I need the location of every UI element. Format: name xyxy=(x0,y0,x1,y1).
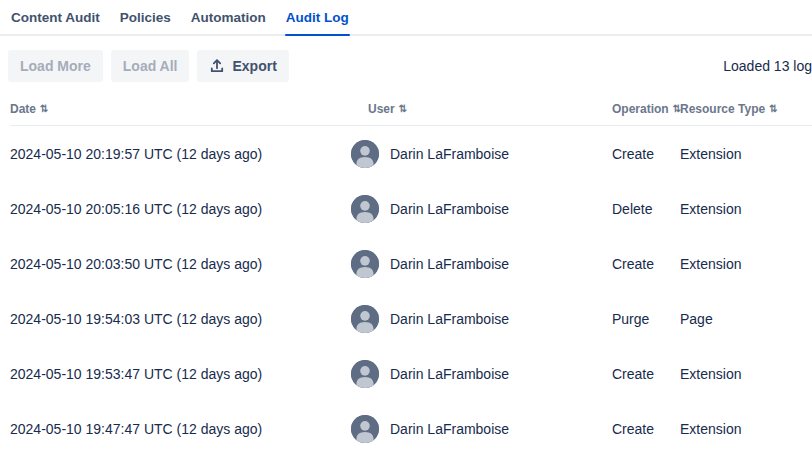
user-cell: Darin LaFramboise xyxy=(351,305,612,333)
tab-bar: Content Audit Policies Automation Audit … xyxy=(0,0,812,36)
table-row: 2024-05-10 19:54:03 UTC (12 days ago) Da… xyxy=(10,291,812,346)
user-name: Darin LaFramboise xyxy=(390,366,509,382)
export-button[interactable]: Export xyxy=(197,50,288,82)
avatar xyxy=(351,250,379,278)
operation-cell: Create xyxy=(612,366,680,382)
avatar xyxy=(351,305,379,333)
export-icon xyxy=(209,58,225,74)
user-cell: Darin LaFramboise xyxy=(351,140,612,168)
avatar xyxy=(351,415,379,443)
loaded-count-status: Loaded 13 log xyxy=(723,58,812,74)
tab-automation[interactable]: Automation xyxy=(190,10,267,34)
date-cell: 2024-05-10 20:05:16 UTC (12 days ago) xyxy=(10,201,368,217)
user-cell: Darin LaFramboise xyxy=(351,195,612,223)
date-cell: 2024-05-10 19:54:03 UTC (12 days ago) xyxy=(10,311,368,327)
table-row: 2024-05-10 19:47:47 UTC (12 days ago) Da… xyxy=(10,401,812,456)
export-button-label: Export xyxy=(232,58,276,74)
table-body: 2024-05-10 20:19:57 UTC (12 days ago) Da… xyxy=(10,126,812,456)
user-cell: Darin LaFramboise xyxy=(351,250,612,278)
user-name: Darin LaFramboise xyxy=(390,146,509,162)
load-more-button[interactable]: Load More xyxy=(8,50,103,82)
operation-cell: Create xyxy=(612,146,680,162)
table-row: 2024-05-10 20:03:50 UTC (12 days ago) Da… xyxy=(10,236,812,291)
sort-icon[interactable]: ⇅ xyxy=(769,104,777,114)
operation-cell: Create xyxy=(612,256,680,272)
column-header-date[interactable]: Date ⇅ xyxy=(10,102,368,116)
avatar xyxy=(351,195,379,223)
table-row: 2024-05-10 19:53:47 UTC (12 days ago) Da… xyxy=(10,346,812,401)
date-cell: 2024-05-10 19:47:47 UTC (12 days ago) xyxy=(10,421,368,437)
resource-type-cell: Extension xyxy=(680,146,812,162)
user-name: Darin LaFramboise xyxy=(390,311,509,327)
resource-type-cell: Extension xyxy=(680,421,812,437)
table-row: 2024-05-10 20:05:16 UTC (12 days ago) Da… xyxy=(10,181,812,236)
resource-type-cell: Extension xyxy=(680,256,812,272)
column-header-operation[interactable]: Operation ⇅ xyxy=(612,102,680,116)
user-name: Darin LaFramboise xyxy=(390,256,509,272)
avatar xyxy=(351,140,379,168)
audit-log-toolbar: Load More Load All Export Loaded 13 log xyxy=(0,36,812,92)
audit-log-table: Date ⇅ User ⇅ Operation ⇅ Resource Type … xyxy=(0,92,812,456)
table-header-row: Date ⇅ User ⇅ Operation ⇅ Resource Type … xyxy=(10,92,812,126)
table-row: 2024-05-10 20:19:57 UTC (12 days ago) Da… xyxy=(10,126,812,181)
load-all-button[interactable]: Load All xyxy=(111,50,190,82)
user-cell: Darin LaFramboise xyxy=(351,360,612,388)
column-header-user[interactable]: User ⇅ xyxy=(368,102,612,116)
date-cell: 2024-05-10 20:19:57 UTC (12 days ago) xyxy=(10,146,368,162)
resource-type-cell: Extension xyxy=(680,201,812,217)
sort-icon[interactable]: ⇅ xyxy=(399,104,407,114)
user-name: Darin LaFramboise xyxy=(390,201,509,217)
operation-cell: Purge xyxy=(612,311,680,327)
date-cell: 2024-05-10 20:03:50 UTC (12 days ago) xyxy=(10,256,368,272)
tab-audit-log[interactable]: Audit Log xyxy=(285,10,350,34)
resource-type-cell: Extension xyxy=(680,366,812,382)
sort-icon[interactable]: ⇅ xyxy=(40,104,48,114)
user-cell: Darin LaFramboise xyxy=(351,415,612,443)
operation-cell: Delete xyxy=(612,201,680,217)
operation-cell: Create xyxy=(612,421,680,437)
column-header-resource-type[interactable]: Resource Type ⇅ xyxy=(680,102,812,116)
tab-content-audit[interactable]: Content Audit xyxy=(10,10,101,34)
avatar xyxy=(351,360,379,388)
tab-policies[interactable]: Policies xyxy=(119,10,172,34)
user-name: Darin LaFramboise xyxy=(390,421,509,437)
resource-type-cell: Page xyxy=(680,311,812,327)
date-cell: 2024-05-10 19:53:47 UTC (12 days ago) xyxy=(10,366,368,382)
